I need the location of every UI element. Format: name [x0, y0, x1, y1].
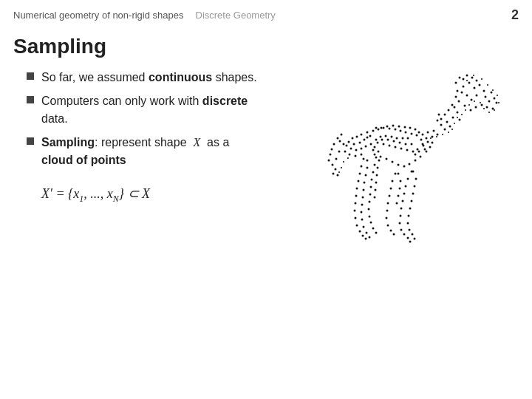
horse-svg — [293, 64, 515, 271]
svg-point-159 — [386, 210, 389, 212]
svg-point-245 — [436, 136, 437, 137]
svg-point-62 — [403, 166, 406, 168]
svg-point-177 — [355, 217, 357, 219]
svg-point-21 — [492, 108, 494, 110]
svg-point-180 — [362, 235, 364, 237]
svg-point-13 — [470, 109, 472, 112]
svg-point-69 — [426, 151, 428, 153]
svg-point-125 — [338, 151, 341, 153]
svg-point-237 — [468, 104, 470, 106]
svg-point-127 — [339, 140, 341, 143]
svg-point-76 — [385, 135, 387, 137]
svg-point-170 — [361, 166, 363, 168]
svg-point-98 — [348, 141, 350, 143]
svg-point-73 — [402, 137, 404, 140]
svg-point-94 — [424, 149, 426, 151]
svg-point-81 — [393, 140, 395, 143]
svg-point-231 — [498, 102, 499, 103]
svg-point-99 — [353, 143, 355, 146]
svg-point-24 — [448, 109, 450, 112]
bullet-square-1 — [27, 72, 34, 80]
bullet-square-3 — [27, 137, 34, 145]
svg-point-228 — [487, 84, 488, 86]
svg-point-117 — [341, 134, 343, 136]
svg-point-68 — [420, 156, 422, 158]
svg-point-166 — [399, 188, 401, 190]
svg-point-77 — [380, 136, 382, 138]
bullet-text-2: Computers can only work with discrete da… — [41, 92, 262, 128]
svg-point-4 — [483, 90, 485, 92]
svg-point-80 — [399, 142, 401, 144]
svg-point-150 — [407, 222, 409, 225]
svg-point-0 — [463, 86, 465, 88]
svg-point-55 — [366, 132, 369, 134]
svg-point-91 — [383, 143, 385, 146]
svg-point-149 — [408, 215, 410, 217]
svg-point-9 — [485, 96, 487, 98]
svg-point-50 — [395, 129, 397, 131]
svg-point-224 — [415, 154, 417, 156]
svg-point-113 — [344, 151, 347, 153]
svg-point-164 — [398, 173, 400, 175]
svg-point-12 — [475, 106, 477, 109]
svg-point-87 — [406, 149, 409, 151]
svg-point-86 — [412, 151, 415, 153]
svg-point-52 — [383, 127, 385, 129]
svg-point-151 — [409, 229, 411, 231]
svg-point-124 — [335, 158, 338, 160]
svg-point-89 — [395, 146, 397, 149]
svg-point-138 — [399, 222, 401, 225]
svg-point-102 — [366, 137, 369, 139]
svg-point-29 — [457, 112, 459, 114]
svg-point-227 — [481, 78, 482, 80]
svg-point-48 — [405, 132, 407, 134]
svg-point-103 — [369, 135, 372, 137]
svg-point-158 — [387, 202, 389, 205]
svg-point-56 — [437, 134, 439, 136]
svg-point-186 — [363, 189, 365, 191]
svg-point-205 — [375, 232, 378, 234]
page-number: 2 — [511, 7, 519, 23]
svg-point-193 — [369, 236, 371, 239]
svg-point-37 — [463, 78, 465, 81]
svg-point-137 — [400, 215, 402, 217]
svg-point-248 — [343, 161, 344, 163]
svg-point-128 — [335, 168, 337, 171]
svg-point-40 — [455, 82, 457, 84]
svg-point-189 — [361, 211, 363, 214]
svg-point-8 — [461, 92, 463, 94]
svg-point-25 — [444, 114, 446, 116]
svg-point-160 — [386, 217, 388, 219]
svg-point-204 — [372, 228, 375, 230]
svg-point-250 — [338, 171, 340, 173]
svg-point-222 — [423, 145, 425, 147]
svg-point-220 — [375, 127, 378, 129]
svg-point-219 — [381, 127, 383, 129]
svg-point-176 — [354, 210, 356, 212]
svg-point-107 — [361, 148, 363, 150]
svg-point-46 — [416, 134, 418, 137]
svg-point-146 — [412, 193, 415, 195]
svg-point-141 — [407, 237, 409, 239]
svg-point-154 — [395, 173, 397, 175]
svg-point-74 — [396, 137, 398, 140]
svg-point-130 — [337, 174, 339, 177]
svg-point-66 — [380, 156, 382, 158]
svg-point-34 — [440, 124, 443, 126]
svg-point-148 — [409, 208, 412, 210]
svg-point-78 — [411, 143, 413, 146]
svg-point-100 — [359, 142, 361, 144]
svg-point-152 — [412, 233, 414, 236]
svg-point-108 — [365, 146, 367, 148]
svg-point-60 — [415, 160, 417, 162]
svg-point-243 — [448, 132, 449, 133]
svg-point-32 — [449, 126, 451, 128]
svg-point-16 — [455, 96, 457, 98]
svg-point-42 — [476, 80, 478, 82]
svg-point-194 — [375, 157, 378, 159]
svg-point-240 — [457, 117, 458, 118]
svg-point-84 — [375, 139, 378, 141]
svg-point-112 — [372, 149, 375, 151]
svg-point-188 — [361, 204, 364, 206]
bold-sampling: Sampling — [41, 136, 95, 149]
